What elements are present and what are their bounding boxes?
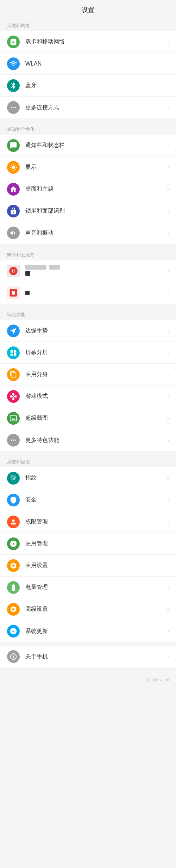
item-account-1[interactable]: › — [0, 260, 176, 282]
chevron-icon: › — [167, 268, 169, 274]
chevron-icon: › — [167, 415, 169, 421]
chevron-icon: › — [167, 61, 169, 67]
item-advanced-settings[interactable]: 高级设置 › — [0, 598, 176, 620]
section-header-notification: 通知和个性化 — [0, 122, 176, 135]
account1-sub-blurred — [25, 271, 30, 276]
item-edge-gesture[interactable]: 边缘手势 › — [0, 320, 176, 342]
item-bluetooth[interactable]: 蓝牙 › — [0, 75, 176, 97]
desktop-theme-label: 桌面和主题 — [25, 185, 164, 193]
account1-avatar — [7, 265, 20, 277]
svg-rect-3 — [12, 291, 15, 294]
app-clone-label: 应用分身 — [25, 371, 164, 378]
system-update-label: 系统更新 — [25, 628, 164, 635]
account2-avatar — [7, 287, 20, 299]
item-app-clone[interactable]: 应用分身 › — [0, 364, 176, 386]
chevron-icon: › — [167, 39, 169, 45]
chevron-icon: › — [167, 350, 169, 356]
item-more-features[interactable]: 更多特色功能 › — [0, 429, 176, 451]
notification-bar-icon — [7, 139, 20, 152]
separator-5 — [0, 642, 176, 646]
item-about-phone[interactable]: 关于手机 › — [0, 646, 176, 667]
item-wlan[interactable]: WLAN › — [0, 53, 176, 75]
about-phone-label: 关于手机 — [25, 653, 164, 660]
item-notification-bar[interactable]: 通知栏和状态栏 › — [0, 135, 176, 156]
game-mode-label: 游戏模式 — [25, 393, 164, 400]
separator-6 — [0, 667, 176, 675]
item-display[interactable]: 显示 › — [0, 156, 176, 178]
item-more-connections[interactable]: 更多连接方式 › — [0, 97, 176, 118]
section-header-system: 系统和应用 — [0, 455, 176, 467]
chevron-icon: › — [167, 208, 169, 214]
item-permission[interactable]: 权限管理 › — [0, 511, 176, 533]
settings-group-about: 关于手机 › — [0, 646, 176, 667]
section-header-network: 无线和网络 — [0, 18, 176, 31]
chevron-icon: › — [167, 290, 169, 296]
permission-label: 权限管理 — [25, 518, 164, 525]
separator-1 — [0, 118, 176, 122]
chevron-icon: › — [167, 653, 169, 660]
item-app-management[interactable]: 应用管理 › — [0, 533, 176, 555]
chevron-icon: › — [167, 104, 169, 111]
advanced-settings-label: 高级设置 — [25, 605, 164, 613]
app-clone-icon — [7, 368, 20, 381]
account2-info — [25, 291, 164, 295]
account1-name-blurred — [25, 265, 46, 270]
lockscreen-label: 锁屏和面部识别 — [25, 207, 164, 215]
watermark-text: ◎ qhhiv.com — [147, 677, 170, 682]
chevron-icon: › — [167, 475, 169, 481]
permission-icon — [7, 516, 20, 528]
app-management-label: 应用管理 — [25, 540, 164, 547]
page-title: 设置 — [0, 0, 176, 18]
chevron-icon: › — [167, 628, 169, 634]
item-system-update[interactable]: 系统更新 › — [0, 620, 176, 642]
item-security[interactable]: 安全 › — [0, 489, 176, 511]
chevron-icon: › — [167, 519, 169, 525]
notification-bar-label: 通知栏和状态栏 — [25, 142, 164, 149]
item-account-2[interactable]: › — [0, 282, 176, 304]
item-split-screen[interactable]: 屏幕分屏 › — [0, 342, 176, 364]
item-battery[interactable]: 电量管理 › — [0, 577, 176, 598]
item-sim-card[interactable]: 双卡和移动网络 › — [0, 31, 176, 53]
battery-icon — [7, 581, 20, 594]
item-fingerprint[interactable]: 指纹 › — [0, 467, 176, 489]
chevron-icon: › — [167, 82, 169, 89]
display-label: 显示 — [25, 164, 164, 171]
separator-3 — [0, 304, 176, 307]
edge-gesture-icon — [7, 325, 20, 337]
app-management-icon — [7, 537, 20, 550]
about-phone-icon — [7, 650, 20, 663]
item-game-mode[interactable]: 游戏模式 › — [0, 386, 176, 407]
system-update-icon — [7, 625, 20, 638]
security-label: 安全 — [25, 496, 164, 504]
sim-card-icon — [7, 36, 20, 48]
advanced-settings-icon — [7, 603, 20, 616]
separator-4 — [0, 451, 176, 455]
wlan-icon — [7, 57, 20, 70]
item-desktop-theme[interactable]: 桌面和主题 › — [0, 178, 176, 200]
item-sound-vibration[interactable]: 声音和振动 › — [0, 222, 176, 244]
wlan-label: WLAN — [25, 61, 164, 67]
display-icon — [7, 161, 20, 174]
chevron-icon: › — [167, 186, 169, 192]
separator-2 — [0, 244, 176, 247]
svg-rect-1 — [15, 270, 17, 273]
split-screen-icon — [7, 346, 20, 359]
edge-gesture-label: 边缘手势 — [25, 327, 164, 334]
chevron-icon: › — [167, 562, 169, 569]
item-screenshot[interactable]: 超级截图 › — [0, 407, 176, 429]
chevron-icon: › — [167, 328, 169, 334]
chevron-icon: › — [167, 584, 169, 591]
item-app-settings[interactable]: 应用设置 › — [0, 555, 176, 577]
bluetooth-icon — [7, 79, 20, 92]
chevron-icon: › — [167, 437, 169, 443]
section-header-account: 账号和云服务 — [0, 247, 176, 260]
more-features-label: 更多特色功能 — [25, 437, 164, 444]
chevron-icon: › — [167, 142, 169, 149]
item-lockscreen[interactable]: 锁屏和面部识别 › — [0, 200, 176, 222]
game-mode-icon — [7, 390, 20, 403]
fingerprint-icon — [7, 472, 20, 485]
chevron-icon: › — [167, 541, 169, 547]
sound-vibration-label: 声音和振动 — [25, 229, 164, 237]
chevron-icon: › — [167, 393, 169, 400]
fingerprint-label: 指纹 — [25, 474, 164, 482]
